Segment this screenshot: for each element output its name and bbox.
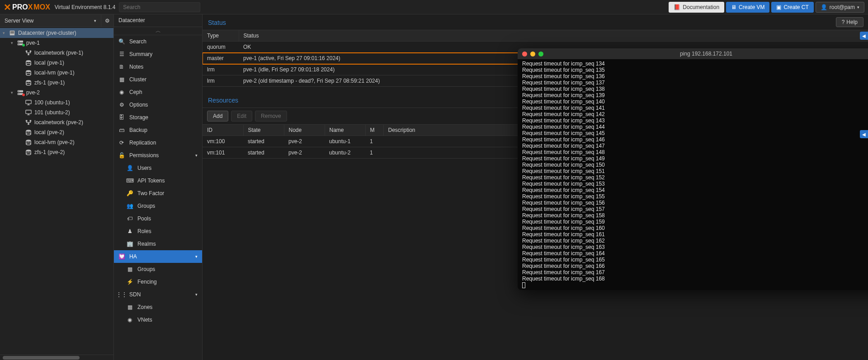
col-m[interactable]: M xyxy=(365,125,383,136)
col-state[interactable]: State xyxy=(243,125,284,136)
svg-rect-26 xyxy=(26,120,28,122)
tree-item[interactable]: zfs-1 (pve-1) xyxy=(0,78,113,88)
nav-label: Options xyxy=(129,102,148,108)
nav-item-sdn[interactable]: ⋮⋮SDN▾ xyxy=(114,288,202,301)
svg-point-31 xyxy=(26,140,31,141)
remove-button[interactable]: Remove xyxy=(255,111,287,122)
nav-item-cluster[interactable]: ▦Cluster xyxy=(114,73,202,86)
terminal-titlebar[interactable]: ping 192.168.172.101 ⌘⌥2 xyxy=(518,48,868,59)
tree-toggle[interactable]: ▾ xyxy=(3,31,8,35)
nav-item-pools[interactable]: 🏷Pools xyxy=(114,212,202,225)
nav-item-permissions[interactable]: 🔓Permissions▾ xyxy=(114,149,202,162)
help-button[interactable]: ?Help xyxy=(836,17,863,27)
col-type[interactable]: Type xyxy=(203,30,239,42)
tree-toggle[interactable]: ▾ xyxy=(11,41,16,45)
svg-point-9 xyxy=(19,41,19,42)
nav-item-replication[interactable]: ⟳Replication xyxy=(114,136,202,149)
log-toggle-1[interactable]: ◀ xyxy=(860,32,868,40)
svg-rect-6 xyxy=(13,33,14,33)
svg-point-32 xyxy=(26,143,31,145)
svg-rect-28 xyxy=(28,123,29,125)
view-selector[interactable]: Server View▾ xyxy=(0,14,101,27)
tree-label: Datacenter (pve-cluster) xyxy=(18,30,76,36)
groups2-icon: ▦ xyxy=(127,266,133,272)
svg-rect-12 xyxy=(30,51,32,52)
storage-icon: 🗄 xyxy=(118,114,125,121)
nav-item-api-tokens[interactable]: ⌨API Tokens xyxy=(114,174,202,187)
tree-item[interactable]: localnetwork (pve-2) xyxy=(0,117,113,127)
nav-list[interactable]: 🔍Search☰Summary🗎Notes▦Cluster◉Ceph⚙Optio… xyxy=(114,35,202,360)
nav-item-zones[interactable]: ▦Zones xyxy=(114,301,202,313)
create-vm-button[interactable]: 🖥Create VM xyxy=(726,2,769,13)
nav-label: Backup xyxy=(129,127,147,133)
tree-toggle[interactable]: ▾ xyxy=(11,90,16,95)
nav-item-roles[interactable]: ♟Roles xyxy=(114,225,202,238)
env-label: Virtual Environment 8.1.4 xyxy=(55,4,116,10)
nav-item-options[interactable]: ⚙Options xyxy=(114,98,202,111)
nav-item-storage[interactable]: 🗄Storage xyxy=(114,111,202,124)
nav-item-search[interactable]: 🔍Search xyxy=(114,35,202,48)
nav-item-realms[interactable]: 🏢Realms xyxy=(114,238,202,250)
search-input[interactable] xyxy=(119,2,200,12)
tree-item[interactable]: ▾pve-2 xyxy=(0,88,113,98)
col-id[interactable]: ID xyxy=(203,125,243,136)
tree-item[interactable]: local (pve-2) xyxy=(0,127,113,137)
tree-hscroll[interactable] xyxy=(0,355,113,360)
col-node[interactable]: Node xyxy=(284,125,325,136)
nav-item-fencing[interactable]: ⚡Fencing xyxy=(114,276,202,288)
nav-label: Realms xyxy=(137,241,156,247)
tree-item[interactable]: localnetwork (pve-1) xyxy=(0,48,113,58)
tree-settings-button[interactable]: ⚙ xyxy=(101,14,113,27)
documentation-button[interactable]: 📕Documentation xyxy=(669,2,724,13)
cube-icon: ▣ xyxy=(776,4,781,10)
tree-label: local (pve-1) xyxy=(34,60,64,66)
nav-label: Fencing xyxy=(137,279,157,285)
nav-item-backup[interactable]: 🗃Backup xyxy=(114,124,202,136)
svg-point-14 xyxy=(26,60,31,62)
nav-item-ceph[interactable]: ◉Ceph xyxy=(114,86,202,98)
log-toggle-2[interactable]: ◀ xyxy=(860,130,868,138)
col-status[interactable]: Status xyxy=(239,30,868,42)
tree-item[interactable]: ▾Datacenter (pve-cluster) xyxy=(0,28,113,38)
nav-item-users[interactable]: 👤Users xyxy=(114,162,202,174)
col-name[interactable]: Name xyxy=(325,125,365,136)
tree-item[interactable]: ▾pve-1 xyxy=(0,38,113,48)
svg-rect-5 xyxy=(12,33,13,33)
nav-label: Roles xyxy=(137,228,151,234)
monitor-icon xyxy=(24,109,33,116)
nav-item-groups[interactable]: 👥Groups xyxy=(114,200,202,212)
tree-item[interactable]: local-lvm (pve-1) xyxy=(0,68,113,78)
tree-item[interactable]: local-lvm (pve-2) xyxy=(0,137,113,147)
svg-point-19 xyxy=(26,83,31,85)
tree-item[interactable]: 101 (ubuntu-2) xyxy=(0,108,113,117)
pools-icon: 🏷 xyxy=(127,215,133,222)
nav-collapse-toggle[interactable]: ︿ xyxy=(114,27,202,35)
cell-state: started xyxy=(243,136,284,147)
cell-node: pve-2 xyxy=(284,147,325,159)
terminal-window[interactable]: ping 192.168.172.101 ⌘⌥2 Request timeout… xyxy=(518,48,868,290)
app-header: ✕PROXMOX Virtual Environment 8.1.4 📕Docu… xyxy=(0,0,868,14)
server-tree[interactable]: ▾Datacenter (pve-cluster)▾pve-1localnetw… xyxy=(0,27,113,355)
svg-point-10 xyxy=(19,44,19,45)
user-menu[interactable]: 👤root@pam▾ xyxy=(816,2,864,13)
nav-item-summary[interactable]: ☰Summary xyxy=(114,48,202,61)
add-button[interactable]: Add xyxy=(207,111,228,122)
cell-m: 1 xyxy=(365,147,383,159)
tree-item[interactable]: local (pve-1) xyxy=(0,58,113,68)
edit-button[interactable]: Edit xyxy=(231,111,252,122)
nav-item-vnets[interactable]: ◉VNets xyxy=(114,313,202,326)
create-ct-button[interactable]: ▣Create CT xyxy=(771,2,813,13)
svg-point-18 xyxy=(26,80,31,82)
book-icon: 📕 xyxy=(674,4,680,10)
tree-item[interactable]: zfs-1 (pve-2) xyxy=(0,147,113,157)
nav-label: Zones xyxy=(137,304,152,310)
nav-item-ha[interactable]: 💟HA▾ xyxy=(114,250,202,263)
nav-item-two-factor[interactable]: 🔑Two Factor xyxy=(114,187,202,200)
cell-type: master xyxy=(203,53,239,64)
twofactor-icon: 🔑 xyxy=(127,190,133,196)
monitor-icon: 🖥 xyxy=(731,4,736,10)
nav-item-notes[interactable]: 🗎Notes xyxy=(114,61,202,73)
terminal-body[interactable]: Request timeout for icmp_seq 134 Request… xyxy=(518,59,868,290)
nav-item-groups[interactable]: ▦Groups xyxy=(114,263,202,276)
tree-item[interactable]: 100 (ubuntu-1) xyxy=(0,98,113,108)
